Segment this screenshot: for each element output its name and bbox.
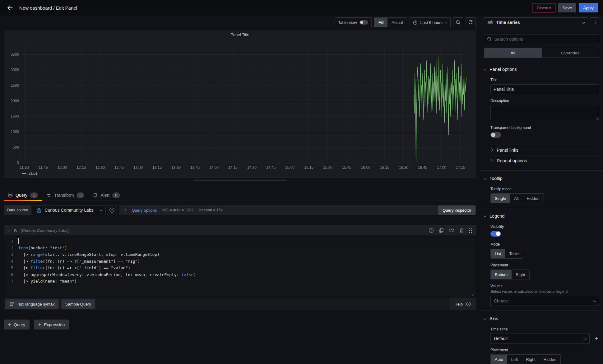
- tooltip-mode-single[interactable]: Single: [491, 194, 510, 203]
- sample-query-button[interactable]: Sample Query: [61, 299, 95, 309]
- table-view-switch[interactable]: [359, 20, 368, 25]
- axis-placement-right[interactable]: Right: [522, 355, 539, 364]
- collapse-query-icon[interactable]: [7, 228, 11, 232]
- datasource-picker[interactable]: Curious Community Labs: [33, 205, 106, 215]
- legend-mode-table[interactable]: Table: [505, 249, 523, 258]
- search-options-input[interactable]: [484, 34, 599, 44]
- legend-series-label[interactable]: value: [29, 171, 38, 176]
- tooltip-mode-all[interactable]: All: [510, 194, 522, 203]
- delete-query-icon[interactable]: [459, 228, 464, 233]
- legend-mode-list[interactable]: List: [491, 249, 505, 258]
- code-line[interactable]: 2from(bucket: "test"): [4, 245, 473, 251]
- tooltip-mode-hidden[interactable]: Hidden: [523, 194, 544, 203]
- datasource-help-button[interactable]: ?: [107, 205, 117, 215]
- visualization-picker[interactable]: Time series: [484, 17, 588, 27]
- tab-overrides[interactable]: Overrides: [542, 48, 599, 58]
- apply-button[interactable]: Apply: [579, 3, 598, 12]
- fill-actual-segment: Fill Actual: [374, 17, 407, 27]
- query-row-header[interactable]: A (Curious Community Labs) ?: [4, 225, 476, 235]
- svg-text:3500: 3500: [11, 52, 19, 57]
- timeseries-chart[interactable]: 050010001500200025003000350011:3011:4512…: [4, 39, 472, 172]
- code-line[interactable]: 3 |> range(start: v.timeRangeStart, stop…: [4, 251, 473, 258]
- hide-query-icon[interactable]: [449, 228, 454, 233]
- chevron-right-icon[interactable]: [123, 209, 127, 212]
- code-line[interactable]: 1: [4, 238, 473, 245]
- add-query-button[interactable]: + Query: [4, 320, 30, 329]
- code-line-text[interactable]: from(bucket: "test"): [18, 245, 473, 251]
- tooltip-header[interactable]: Tooltip: [484, 173, 599, 184]
- svg-text:16:00: 16:00: [361, 165, 370, 170]
- code-line[interactable]: 5 |> filter(fn: (r) => r["_field"] == "v…: [4, 265, 473, 271]
- timezone-select[interactable]: Default: [490, 334, 590, 343]
- visibility-label: Visibility: [490, 224, 599, 229]
- code-line-text[interactable]: |> range(start: v.timeRangeStart, stop: …: [18, 251, 473, 258]
- panel-title-input[interactable]: [490, 84, 599, 94]
- legend-visibility-switch[interactable]: [490, 231, 501, 237]
- splitter-handle[interactable]: [193, 180, 287, 181]
- query-help-icon[interactable]: ?: [429, 228, 434, 233]
- tab-alert[interactable]: Alert 0: [89, 190, 124, 200]
- drag-handle-icon[interactable]: [469, 228, 472, 233]
- actual-option[interactable]: Actual: [387, 18, 407, 27]
- tab-query[interactable]: Query 1: [4, 190, 42, 200]
- table-view-toggle-group[interactable]: Table view: [335, 17, 372, 27]
- tab-transform[interactable]: Transform 0: [42, 190, 89, 200]
- add-expression-button[interactable]: + Expression: [34, 320, 69, 329]
- axis-placement-hidden[interactable]: Hidden: [540, 355, 560, 364]
- datasource-value: Curious Community Labs: [44, 208, 93, 213]
- repeat-options-row[interactable]: Repeat options: [490, 155, 599, 166]
- axis-placement-auto[interactable]: Auto: [491, 355, 507, 364]
- legend-placement-right[interactable]: Right: [512, 270, 529, 279]
- code-line[interactable]: 7 |> yield(name: "mean"): [4, 278, 473, 285]
- refresh-button[interactable]: [466, 17, 475, 27]
- zoom-out-button[interactable]: [453, 17, 463, 27]
- time-range-picker[interactable]: Last 6 hours: [410, 17, 451, 27]
- chevron-down-icon: [582, 21, 585, 24]
- tooltip-body: Tooltip mode Single All Hidden: [484, 187, 599, 203]
- panel-links-row[interactable]: Panel links: [490, 145, 599, 155]
- code-line-text[interactable]: [18, 238, 473, 244]
- timezone-value: Default: [494, 336, 508, 341]
- add-timezone-button[interactable]: +: [593, 335, 599, 342]
- svg-text:17:00: 17:00: [437, 165, 446, 170]
- axis-placement-left[interactable]: Left: [507, 355, 522, 364]
- query-options-bar: Query options MD = auto = 1332 Interval …: [119, 205, 476, 215]
- legend-values-select[interactable]: Choose: [490, 296, 599, 306]
- query-inspector-button[interactable]: Query inspector: [438, 205, 475, 215]
- svg-text:17:15: 17:15: [456, 165, 465, 170]
- code-line-text[interactable]: |> aggregateWindow(every: v.windowPeriod…: [18, 271, 473, 278]
- flux-syntax-button[interactable]: Flux language syntax: [5, 299, 59, 309]
- tab-alert-label: Alert: [100, 193, 109, 198]
- svg-text:11:45: 11:45: [39, 165, 48, 170]
- duplicate-query-icon[interactable]: [439, 228, 444, 233]
- legend-series-swatch: [22, 173, 26, 174]
- discard-button[interactable]: Discard: [532, 3, 556, 12]
- pane-splitter[interactable]: [0, 178, 480, 182]
- help-button[interactable]: Help i: [449, 298, 476, 310]
- fill-option[interactable]: Fill: [374, 18, 388, 27]
- code-line[interactable]: 4 |> filter(fn: (r) => r["_measurement"]…: [4, 258, 473, 265]
- query-options-link[interactable]: Query options: [132, 208, 157, 213]
- collapse-pane-button[interactable]: [590, 17, 599, 27]
- save-button[interactable]: Save: [558, 3, 576, 12]
- panel-options-header[interactable]: Panel options: [484, 64, 599, 75]
- description-textarea[interactable]: [490, 105, 599, 120]
- flux-code-editor[interactable]: 12from(bucket: "test")3 |> range(start: …: [4, 235, 476, 298]
- axis-header[interactable]: Axis: [484, 313, 599, 324]
- editor-resize-grip[interactable]: [471, 293, 474, 296]
- tooltip-header-label: Tooltip: [489, 176, 503, 181]
- code-line-text[interactable]: |> filter(fn: (r) => r["_measurement"] =…: [18, 258, 473, 265]
- query-editor-toolbar-left: Flux language syntax Sample Query: [4, 298, 449, 310]
- help-label: Help: [454, 302, 463, 306]
- code-line[interactable]: 6 |> aggregateWindow(every: v.windowPeri…: [4, 271, 473, 278]
- legend-placement-bottom[interactable]: Bottom: [491, 270, 512, 279]
- tab-all[interactable]: All: [484, 48, 542, 58]
- transparent-background-switch[interactable]: [490, 132, 501, 138]
- search-icon: [487, 37, 492, 41]
- panel-links-label: Panel links: [497, 148, 518, 153]
- back-button[interactable]: [5, 3, 15, 13]
- legend-header[interactable]: Legend: [484, 211, 599, 221]
- axis-header-label: Axis: [489, 316, 498, 321]
- code-line-text[interactable]: |> yield(name: "mean"): [18, 278, 473, 285]
- code-line-text[interactable]: |> filter(fn: (r) => r["_field"] == "val…: [18, 265, 473, 271]
